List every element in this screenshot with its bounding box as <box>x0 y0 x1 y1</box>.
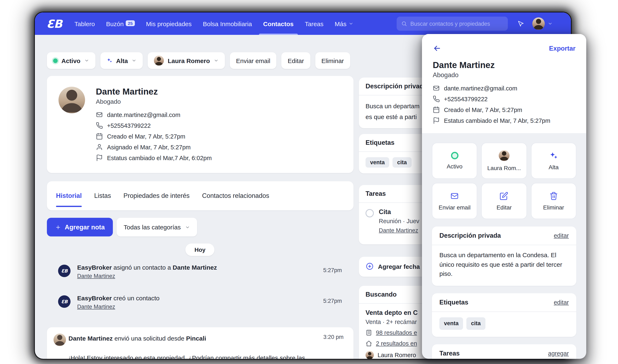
results-link[interactable]: 98 resultados e <box>376 329 417 336</box>
search-input[interactable] <box>410 21 503 27</box>
priority-label: Alta <box>116 57 128 64</box>
qa-label: Alta <box>549 164 559 170</box>
nav-contactos[interactable]: Contactos <box>263 13 294 35</box>
plus-circle-icon <box>366 262 374 271</box>
status-dropdown[interactable]: Activo <box>47 52 95 69</box>
event-actor: Dante Martinez <box>68 335 113 342</box>
event-time: 5:27pm <box>323 298 342 304</box>
contact-email: dante.martinez@gmail.com <box>107 111 180 118</box>
nav-tablero[interactable]: Tablero <box>75 13 95 35</box>
phone-icon <box>433 95 440 103</box>
tab-propiedades-interes[interactable]: Propiedades de interés <box>123 181 190 210</box>
chevron-down-icon <box>214 58 219 63</box>
contact-action-bar: Activo Alta Laura Romero Enviar email Ed… <box>47 52 350 69</box>
nav-tareas[interactable]: Tareas <box>305 13 323 35</box>
quick-actions-grid: Activo Laura Rom... Alta Enviar email Ed… <box>432 143 576 219</box>
tab-listas[interactable]: Listas <box>94 181 111 210</box>
event-contact-link[interactable]: Dante Martinez <box>77 273 115 279</box>
contact-status-changed: Estatus cambiado el Mar, 7 Abr, 5:27pm <box>444 117 550 124</box>
chevron-down-icon <box>548 21 553 26</box>
event-actor: EasyBroker <box>77 295 112 301</box>
easybroker-badge-icon: ƐB <box>58 265 70 277</box>
qa-edit[interactable]: Editar <box>482 183 527 219</box>
easybroker-logo[interactable]: ƐB <box>46 17 62 30</box>
contact-name: Dante Martinez <box>96 87 212 97</box>
event-contact-link[interactable]: Dante Martinez <box>77 304 115 310</box>
qa-delete[interactable]: Eliminar <box>531 183 576 219</box>
results-link[interactable]: 2 resultados en <box>376 340 417 347</box>
plus-icon <box>55 224 61 230</box>
nav-label: Mis propiedades <box>146 20 192 27</box>
delete-button[interactable]: Eliminar <box>315 52 350 69</box>
task-meta: Reunión · Juev <box>379 218 419 224</box>
send-email-button[interactable]: Enviar email <box>230 52 276 69</box>
nav-bolsa-inmobiliaria[interactable]: Bolsa Inmobiliaria <box>203 13 252 35</box>
nav-label: Bolsa Inmobiliaria <box>203 20 252 27</box>
tag-chip: cita <box>467 317 486 330</box>
flag-icon <box>433 117 440 124</box>
button-label: Agregar nota <box>65 223 105 231</box>
status-dot-icon <box>53 58 58 63</box>
qa-label: Laura Rom... <box>487 165 521 171</box>
qa-priority[interactable]: Alta <box>531 143 576 179</box>
calendar-icon <box>433 106 440 113</box>
nav-buzon[interactable]: Buzón 25 <box>106 13 135 35</box>
trash-icon <box>549 191 558 200</box>
mail-icon <box>450 191 459 200</box>
back-button[interactable] <box>433 44 441 53</box>
timeline-message-card: Dante Martinez envió una solicitud desde… <box>47 327 354 359</box>
task-checkbox[interactable] <box>366 209 374 217</box>
add-note-button[interactable]: Agregar nota <box>47 218 113 236</box>
house-icon <box>366 340 372 347</box>
nav-mis-propiedades[interactable]: Mis propiedades <box>146 13 192 35</box>
day-divider: Hoy <box>185 244 215 256</box>
section-title: Tareas <box>366 190 386 197</box>
agent-avatar <box>499 150 510 161</box>
user-menu[interactable] <box>532 17 553 30</box>
chevron-down-icon <box>349 21 354 26</box>
contact-avatar <box>58 87 85 113</box>
chevron-down-icon <box>84 58 89 63</box>
global-search[interactable] <box>397 17 508 31</box>
contact-role: Abogado <box>96 98 212 105</box>
button-label: Editar <box>288 57 304 64</box>
add-date-label: Agregar fecha <box>378 263 420 270</box>
qa-status[interactable]: Activo <box>432 143 477 179</box>
status-dot-icon <box>451 152 458 159</box>
agent-name: Laura Romero <box>378 352 416 358</box>
category-filter-dropdown[interactable]: Todas las categorías <box>117 218 197 236</box>
contact-created: Creado el Mar, 7 Abr, 5:27pm <box>107 133 185 140</box>
event-time: 5:27pm <box>323 267 342 273</box>
timeline-event: ƐB EasyBroker creó un contacto Dante Mar… <box>47 295 354 310</box>
event-time: 3:20 pm <box>323 334 343 340</box>
add-task-link[interactable]: agregar <box>548 350 569 357</box>
section-title: Etiquetas <box>366 139 394 146</box>
contact-phone: +525543799222 <box>107 122 151 129</box>
qa-agent[interactable]: Laura Rom... <box>482 143 527 179</box>
contact-status-changed: Estatus cambiado el Mar,7 Abr, 6:02pm <box>107 155 212 161</box>
nav-mas[interactable]: Más <box>335 13 354 35</box>
button-label: Eliminar <box>321 57 344 64</box>
priority-dropdown[interactable]: Alta <box>100 52 143 69</box>
tab-historial[interactable]: Historial <box>56 181 82 210</box>
event-target: Pincali <box>186 335 206 342</box>
agent-dropdown[interactable]: Laura Romero <box>148 52 225 69</box>
cursor-tool-button[interactable] <box>517 20 524 27</box>
tag-chip: venta <box>366 157 389 168</box>
edit-button[interactable]: Editar <box>281 52 310 69</box>
contact-email: dante.martinez@gmail.com <box>444 85 517 91</box>
message-text: ¡Hola! Estoy interesado en esta propieda… <box>68 354 347 359</box>
edit-tags-link[interactable]: editar <box>554 299 569 306</box>
tab-contactos-relacionados[interactable]: Contactos relacionados <box>202 181 269 210</box>
event-target: Dante Martinez <box>173 264 217 271</box>
main-nav: Tablero Buzón 25 Mis propiedades Bolsa I… <box>75 13 354 35</box>
nav-label: Buzón <box>106 20 124 27</box>
edit-description-link[interactable]: editar <box>554 232 569 239</box>
task-contact-link[interactable]: Dante Martinez <box>379 227 418 234</box>
qa-label: Activo <box>447 163 462 170</box>
agent-avatar <box>366 351 374 359</box>
qa-send-email[interactable]: Enviar email <box>432 183 477 219</box>
agent-avatar <box>154 56 164 65</box>
export-button[interactable]: Exportar <box>549 45 576 52</box>
contact-summary-card: Dante Martinez Abogado dante.martinez@gm… <box>47 76 354 173</box>
